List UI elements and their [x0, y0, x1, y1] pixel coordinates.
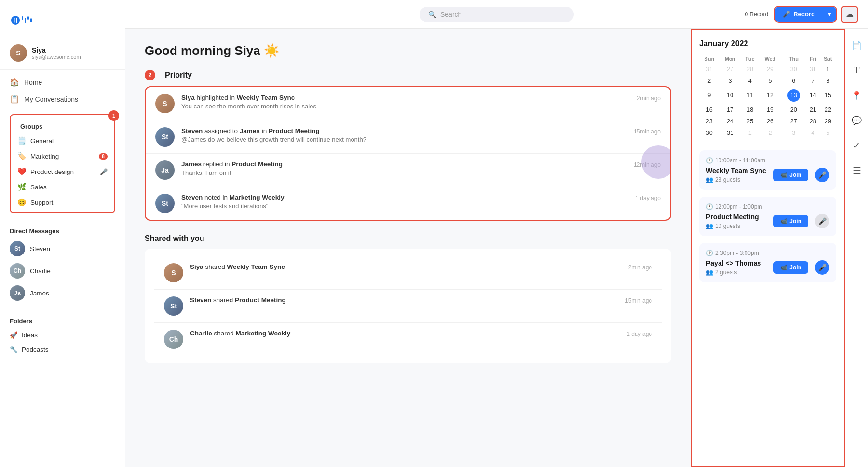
cal-day[interactable]: 22: [820, 104, 836, 116]
sidebar-item-marketing[interactable]: 🏷️ Marketing 8: [11, 148, 114, 164]
mic-toggle-3[interactable]: 🎤: [815, 260, 829, 275]
shared-content-1: Siya shared Weekly Team Sync: [190, 263, 622, 272]
priority-item-1[interactable]: S Siya highlighted in Weekly Team Sync Y…: [146, 87, 670, 120]
record-button[interactable]: 🎤 Record: [775, 7, 823, 22]
cal-day[interactable]: 24: [719, 116, 741, 127]
cal-day[interactable]: 25: [741, 116, 759, 127]
sidebar-item-product-design[interactable]: ❤️ Product design 🎤: [11, 164, 114, 179]
cal-day[interactable]: 17: [719, 104, 741, 116]
record-count: 0 Record: [745, 11, 769, 18]
feed-time-2: 15min ago: [634, 127, 661, 135]
event-name-2: Product Meeting: [706, 213, 759, 221]
product-design-label: Product design: [30, 168, 74, 175]
cal-day[interactable]: 5: [820, 127, 836, 139]
shared-content-3: Charlie shared Marketing Weekly: [190, 330, 620, 338]
priority-item-2[interactable]: St Steven assigned to James in Product M…: [146, 120, 670, 154]
list-icon[interactable]: ☰: [848, 162, 866, 179]
join-button-2[interactable]: 📹 Join: [773, 215, 808, 227]
event-header-1: Weekly Team Sync 👥 23 guests 📹 Join 🎤: [706, 167, 829, 183]
cal-day[interactable]: 9: [699, 87, 719, 104]
cal-day[interactable]: 16: [699, 104, 719, 116]
cal-day[interactable]: 27: [719, 64, 741, 75]
sidebar-item-my-conversations[interactable]: 📋 My Conversations: [0, 91, 125, 107]
upload-button[interactable]: ☁: [841, 6, 858, 23]
cal-day[interactable]: 1: [741, 127, 759, 139]
cal-day[interactable]: 31: [806, 64, 820, 75]
sidebar-item-home[interactable]: 🏠 Home: [0, 74, 125, 91]
svg-rect-1: [14, 18, 15, 23]
cal-day[interactable]: 21: [806, 104, 820, 116]
font-icon[interactable]: T: [848, 62, 866, 79]
sidebar-item-james[interactable]: Ja James: [0, 282, 125, 304]
cal-day[interactable]: 10: [719, 87, 741, 104]
sales-label: Sales: [30, 184, 47, 191]
shared-text-2: Steven shared Product Meeting: [190, 296, 618, 304]
cal-day[interactable]: 28: [741, 64, 759, 75]
marketing-badge: 8: [99, 153, 108, 160]
direct-messages-title: Direct Messages: [0, 222, 125, 238]
cal-day-today[interactable]: 13: [781, 87, 806, 104]
feed-text-1: Siya highlighted in Weekly Team Sync: [181, 94, 630, 101]
cal-day[interactable]: 31: [719, 127, 741, 139]
cal-day[interactable]: 31: [699, 64, 719, 75]
cal-day[interactable]: 19: [759, 104, 781, 116]
shared-section: S Siya shared Weekly Team Sync 2min ago …: [145, 249, 671, 363]
shared-item-1[interactable]: S Siya shared Weekly Team Sync 2min ago: [154, 256, 662, 290]
cal-day[interactable]: 27: [781, 116, 806, 127]
cal-day[interactable]: 30: [699, 127, 719, 139]
cal-day[interactable]: 18: [741, 104, 759, 116]
groups-section: 1 Groups 🗒️ General 🏷️ Marketing 8 ❤️ Pr…: [10, 114, 115, 213]
cal-day[interactable]: 29: [820, 116, 836, 127]
cal-day[interactable]: 15: [820, 87, 836, 104]
cal-day[interactable]: 20: [781, 104, 806, 116]
general-label: General: [30, 137, 54, 145]
chat-icon[interactable]: 💬: [848, 112, 866, 129]
sidebar-item-ideas[interactable]: 🚀 Ideas: [0, 328, 125, 342]
cal-day[interactable]: 3: [719, 75, 741, 87]
notes-icon[interactable]: 📄: [848, 37, 866, 54]
cal-day[interactable]: 3: [781, 127, 806, 139]
check-icon[interactable]: ✓: [848, 137, 866, 154]
event-time-3: 🕑 2:30pm - 3:00pm: [706, 250, 829, 256]
record-dropdown-button[interactable]: ▾: [823, 7, 836, 22]
pin-icon[interactable]: 📍: [848, 87, 866, 104]
folders-title: Folders: [0, 312, 125, 328]
cal-day[interactable]: 14: [806, 87, 820, 104]
cal-day[interactable]: 8: [820, 75, 836, 87]
cal-day[interactable]: 12: [759, 87, 781, 104]
shared-item-3[interactable]: Ch Charlie shared Marketing Weekly 1 day…: [154, 323, 662, 356]
sidebar-item-general[interactable]: 🗒️ General: [11, 133, 114, 148]
cal-day[interactable]: 4: [806, 127, 820, 139]
svg-point-0: [11, 16, 20, 25]
cal-day[interactable]: 28: [806, 116, 820, 127]
user-profile[interactable]: S Siya siya@awesome.com: [0, 40, 125, 70]
sidebar-item-support[interactable]: 😊 Support: [11, 195, 114, 210]
feed-subtext-4: "More user tests and iterations": [181, 202, 628, 210]
sidebar-item-charlie[interactable]: Ch Charlie: [0, 260, 125, 282]
cal-day[interactable]: 5: [759, 75, 781, 87]
cal-day[interactable]: 6: [781, 75, 806, 87]
sidebar-item-sales[interactable]: 🌿 Sales: [11, 179, 114, 195]
cal-day[interactable]: 29: [759, 64, 781, 75]
mic-toggle-1[interactable]: 🎤: [815, 168, 829, 182]
sidebar-item-steven[interactable]: St Steven: [0, 238, 125, 260]
cal-day[interactable]: 23: [699, 116, 719, 127]
priority-item-4[interactable]: St Steven noted in Marketing Weekly "Mor…: [146, 187, 670, 220]
cal-day[interactable]: 2: [759, 127, 781, 139]
join-button-3[interactable]: 📹 Join: [773, 261, 808, 274]
cal-day[interactable]: 7: [806, 75, 820, 87]
cal-day[interactable]: 11: [741, 87, 759, 104]
cal-day[interactable]: 1: [820, 64, 836, 75]
event-card-2: 🕛 12:00pm - 1:00pm Product Meeting 👥 10 …: [699, 197, 836, 236]
cal-day[interactable]: 2: [699, 75, 719, 87]
cal-day[interactable]: 26: [759, 116, 781, 127]
cal-day[interactable]: 30: [781, 64, 806, 75]
profile-info: Siya siya@awesome.com: [32, 46, 81, 60]
join-button-1[interactable]: 📹 Join: [773, 169, 808, 181]
sidebar-item-podcasts[interactable]: 🔧 Podcasts: [0, 342, 125, 357]
shared-item-2[interactable]: St Steven shared Product Meeting 15min a…: [154, 290, 662, 323]
cal-day[interactable]: 4: [741, 75, 759, 87]
priority-item-3[interactable]: Ja James replied in Product Meeting Than…: [146, 154, 670, 187]
mic-toggle-2[interactable]: 🎤: [815, 214, 829, 228]
search-bar[interactable]: 🔍 Search: [420, 7, 574, 22]
